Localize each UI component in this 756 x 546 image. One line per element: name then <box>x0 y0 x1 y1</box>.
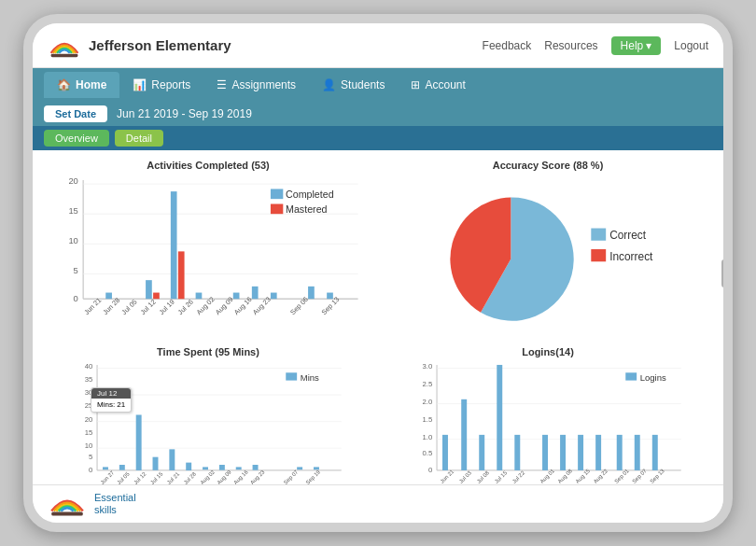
svg-text:Jul 15: Jul 15 <box>494 469 509 484</box>
svg-text:0.5: 0.5 <box>423 449 433 457</box>
overview-bar: Overview Detail <box>33 126 723 150</box>
svg-rect-66 <box>236 467 242 469</box>
svg-text:Sep 07: Sep 07 <box>283 469 300 484</box>
tab-reports[interactable]: 📊 Reports <box>119 72 203 98</box>
overview-button[interactable]: Overview <box>44 130 109 147</box>
accuracy-chart-title: Accuracy Score (88 %) <box>385 160 710 171</box>
dashboard: Activities Completed (53) 20 15 10 5 0 <box>33 150 723 484</box>
svg-rect-37 <box>271 204 283 215</box>
svg-text:10: 10 <box>85 441 93 450</box>
logins-bar-chart: 3.0 2.5 2.0 1.5 1.0 0.5 0 <box>385 359 710 484</box>
tab-students[interactable]: 👤 Students <box>309 72 398 98</box>
svg-text:0: 0 <box>89 466 92 474</box>
svg-rect-67 <box>253 465 259 470</box>
bar-chart-icon: 📊 <box>133 78 147 91</box>
svg-rect-105 <box>617 435 623 470</box>
svg-rect-120 <box>625 372 637 380</box>
svg-text:1.0: 1.0 <box>423 433 433 441</box>
svg-rect-96 <box>442 435 448 470</box>
svg-rect-64 <box>203 467 208 469</box>
time-spent-chart-panel: Time Spent (95 Mins) 40 35 30 25 20 15 1… <box>38 343 378 484</box>
svg-text:Correct: Correct <box>609 229 647 242</box>
tooltip-value: Mins: 21 <box>97 400 125 409</box>
svg-text:20: 20 <box>85 415 93 424</box>
svg-rect-61 <box>153 457 159 470</box>
svg-rect-99 <box>497 365 502 470</box>
svg-text:Jul 12: Jul 12 <box>138 298 157 316</box>
svg-rect-122 <box>51 511 83 515</box>
svg-text:0: 0 <box>428 466 432 474</box>
svg-rect-100 <box>514 435 520 470</box>
svg-text:Jul 03: Jul 03 <box>458 469 473 484</box>
activities-bar-chart: 20 15 10 5 0 <box>46 173 371 325</box>
home-icon: 🏠 <box>57 78 71 91</box>
svg-text:Aug 16: Aug 16 <box>232 469 249 484</box>
accuracy-chart-panel: Accuracy Score (88 %) Correct Incorrect <box>378 156 718 343</box>
svg-text:0: 0 <box>74 294 78 303</box>
nav-bar: 🏠 Home 📊 Reports ☰ Assignments 👤 Student… <box>33 68 723 102</box>
svg-rect-97 <box>461 399 467 470</box>
svg-text:20: 20 <box>68 176 77 186</box>
svg-text:Jul 15: Jul 15 <box>149 470 164 484</box>
header-nav: Feedback Resources Help ▾ Logout <box>483 36 708 55</box>
activities-chart-title: Activities Completed (53) <box>46 160 371 171</box>
table-icon: ⊞ <box>411 78 420 91</box>
svg-rect-103 <box>578 435 583 470</box>
logo-area: Jefferson Elementary <box>48 33 231 59</box>
activities-chart-panel: Activities Completed (53) 20 15 10 5 0 <box>38 156 378 343</box>
svg-text:1.5: 1.5 <box>423 415 433 424</box>
svg-rect-17 <box>196 293 203 300</box>
tablet-screen: Jefferson Elementary Feedback Resources … <box>33 23 723 523</box>
tab-assignments[interactable]: ☰ Assignments <box>203 72 309 98</box>
svg-text:2.5: 2.5 <box>423 380 433 388</box>
logout-link[interactable]: Logout <box>674 39 708 52</box>
svg-text:Jul 21: Jul 21 <box>166 470 181 484</box>
chevron-down-icon: ▾ <box>646 39 651 52</box>
time-spent-bar-chart: 40 35 30 25 20 15 10 5 0 <box>46 359 371 484</box>
svg-rect-18 <box>233 293 240 300</box>
svg-rect-98 <box>479 435 484 470</box>
tablet-side-button <box>721 259 727 287</box>
accuracy-pie-chart: Correct Incorrect <box>385 173 710 333</box>
tab-account[interactable]: ⊞ Account <box>398 72 478 98</box>
svg-text:5: 5 <box>74 266 78 275</box>
resources-link[interactable]: Resources <box>544 39 597 52</box>
svg-text:Jul 26: Jul 26 <box>176 298 195 316</box>
activities-chart-container: 20 15 10 5 0 <box>46 173 371 333</box>
svg-text:Jul 05: Jul 05 <box>116 470 131 484</box>
svg-text:5: 5 <box>89 453 92 461</box>
svg-rect-16 <box>178 251 185 299</box>
tablet-frame: Jefferson Elementary Feedback Resources … <box>23 14 733 532</box>
feedback-link[interactable]: Feedback <box>483 39 532 52</box>
svg-rect-58 <box>103 467 108 469</box>
date-range: Jun 21 2019 - Sep 19 2019 <box>117 107 252 120</box>
svg-rect-104 <box>595 435 601 470</box>
footer-bar: Essential skills <box>33 484 723 523</box>
footer-brand-name: Essential <box>94 492 136 504</box>
time-spent-chart-title: Time Spent (95 Mins) <box>46 346 371 357</box>
svg-text:Jul 19: Jul 19 <box>158 298 176 316</box>
svg-rect-60 <box>136 414 142 469</box>
rainbow-logo-icon <box>48 33 81 59</box>
svg-rect-62 <box>169 449 175 470</box>
help-button[interactable]: Help ▾ <box>611 36 662 55</box>
school-name: Jefferson Elementary <box>89 37 231 53</box>
time-spent-chart-container: 40 35 30 25 20 15 10 5 0 <box>46 359 371 484</box>
svg-rect-101 <box>542 435 548 470</box>
svg-text:Sep 19: Sep 19 <box>305 469 322 484</box>
svg-text:Jul 12: Jul 12 <box>133 471 147 484</box>
top-header: Jefferson Elementary Feedback Resources … <box>33 23 723 68</box>
svg-rect-13 <box>146 280 152 299</box>
set-date-button[interactable]: Set Date <box>44 105 107 122</box>
svg-rect-41 <box>591 249 606 261</box>
detail-button[interactable]: Detail <box>115 130 163 147</box>
svg-text:Incorrect: Incorrect <box>609 250 653 263</box>
date-bar: Set Date Jun 21 2019 - Sep 19 2019 <box>33 102 723 126</box>
logins-chart-panel: Logins(14) 3.0 2.5 2.0 1.5 1.0 0.5 0 <box>378 343 718 484</box>
logins-chart-container: 3.0 2.5 2.0 1.5 1.0 0.5 0 <box>385 359 710 484</box>
accuracy-chart-container: Correct Incorrect <box>385 173 710 333</box>
svg-text:Logins: Logins <box>640 372 666 383</box>
svg-rect-35 <box>271 189 283 199</box>
tab-home[interactable]: 🏠 Home <box>44 72 119 98</box>
svg-text:15: 15 <box>85 428 93 437</box>
